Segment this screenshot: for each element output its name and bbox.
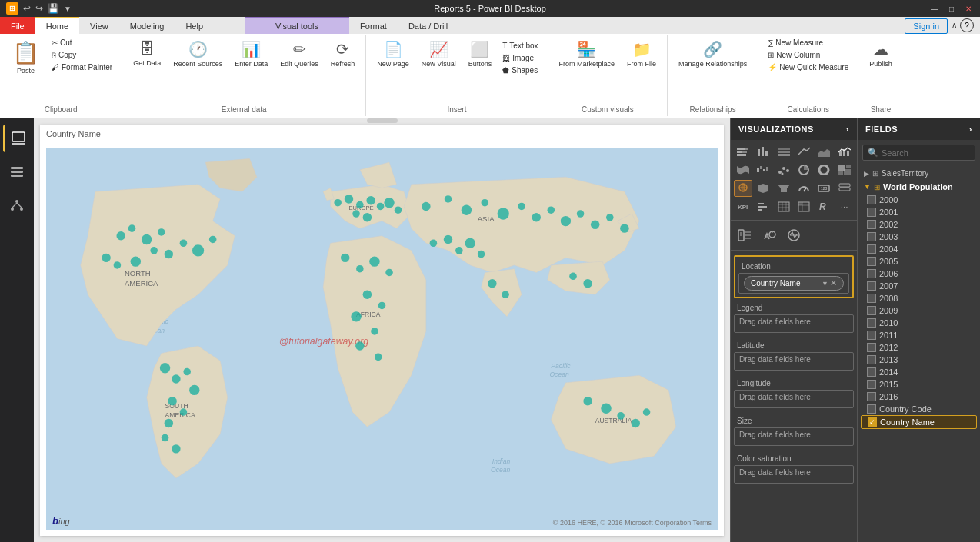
viz-slicer[interactable] bbox=[754, 198, 772, 215]
viz-100pct-bar[interactable] bbox=[775, 143, 793, 160]
map-container[interactable]: Arctic Ocean Atlantic Ocean Pacific Ocea… bbox=[46, 148, 718, 530]
viz-line-chart[interactable] bbox=[795, 143, 813, 160]
viz-fields-tab[interactable] bbox=[734, 225, 755, 245]
country-name-chip[interactable]: Country Name ▼ ✕ bbox=[744, 276, 844, 291]
fields-category-sales[interactable]: ▶ ⊞ SalesTerritory bbox=[861, 167, 977, 180]
tab-help[interactable]: Help bbox=[175, 17, 214, 34]
viz-pie-chart[interactable] bbox=[795, 161, 813, 178]
size-drop[interactable]: Drag data fields here bbox=[734, 427, 854, 446]
viz-card[interactable]: 123 bbox=[815, 180, 833, 197]
country-name-chip-dropdown[interactable]: ▼ bbox=[822, 280, 828, 288]
field-2006[interactable]: 2006 bbox=[861, 268, 977, 280]
viz-waterfall[interactable] bbox=[754, 161, 772, 178]
field-2011[interactable]: 2011 bbox=[861, 329, 977, 341]
cut-button[interactable]: ✂ Cut bbox=[48, 37, 115, 48]
viz-format-tab[interactable] bbox=[758, 225, 780, 245]
publish-button[interactable]: ☁ Publish bbox=[865, 37, 897, 71]
viz-analytics-tab[interactable] bbox=[783, 225, 805, 245]
field-2015[interactable]: 2015 bbox=[861, 378, 977, 391]
sidebar-model-view[interactable] bbox=[3, 192, 31, 220]
checkbox-country-name[interactable]: ✓ bbox=[868, 417, 877, 427]
quick-access-dropdown[interactable]: ▼ bbox=[64, 5, 72, 13]
text-box-button[interactable]: T Text box bbox=[499, 40, 541, 52]
maximize-button[interactable]: □ bbox=[946, 3, 957, 14]
viz-area-chart[interactable] bbox=[815, 143, 833, 160]
tab-format[interactable]: Format bbox=[349, 17, 398, 34]
checkbox-2016[interactable] bbox=[867, 392, 876, 401]
field-2004[interactable]: 2004 bbox=[861, 243, 977, 255]
sidebar-data-view[interactable] bbox=[3, 158, 31, 186]
viz-donut[interactable] bbox=[815, 161, 833, 178]
enter-data-button[interactable]: 📊 Enter Data bbox=[230, 37, 272, 71]
new-visual-button[interactable]: 📈 New Visual bbox=[417, 37, 461, 71]
viz-treemap[interactable] bbox=[835, 161, 854, 178]
viz-r-script[interactable]: R bbox=[815, 198, 833, 215]
minimize-button[interactable]: — bbox=[929, 3, 940, 14]
checkbox-2003[interactable] bbox=[867, 232, 876, 241]
checkbox-2006[interactable] bbox=[867, 269, 876, 278]
checkbox-2005[interactable] bbox=[867, 257, 876, 266]
field-2005[interactable]: 2005 bbox=[861, 255, 977, 268]
legend-drop[interactable]: Drag data fields here bbox=[734, 314, 854, 333]
tab-view[interactable]: View bbox=[79, 17, 119, 34]
checkbox-2000[interactable] bbox=[867, 195, 876, 204]
fields-search-box[interactable]: 🔍 bbox=[862, 145, 975, 161]
field-country-name[interactable]: ✓ Country Name bbox=[861, 415, 977, 429]
fields-panel-expand[interactable]: › bbox=[969, 125, 972, 134]
location-drop[interactable]: Country Name ▼ ✕ bbox=[738, 273, 849, 294]
from-file-button[interactable]: 📁 From File bbox=[622, 37, 661, 71]
viz-panel-expand-icon[interactable]: › bbox=[846, 125, 849, 134]
viz-matrix[interactable] bbox=[795, 198, 813, 215]
field-2003[interactable]: 2003 bbox=[861, 231, 977, 243]
new-column-button[interactable]: ⊞ New Column bbox=[765, 49, 852, 61]
checkbox-2013[interactable] bbox=[867, 355, 876, 364]
checkbox-2011[interactable] bbox=[867, 331, 876, 340]
search-input[interactable] bbox=[882, 148, 980, 158]
edit-queries-button[interactable]: ✏ Edit Queries bbox=[275, 37, 323, 71]
quick-access-undo[interactable]: ↩ bbox=[23, 3, 31, 14]
checkbox-2012[interactable] bbox=[867, 343, 876, 352]
viz-stacked-bar[interactable] bbox=[734, 143, 752, 160]
image-button[interactable]: 🖼 Image bbox=[499, 52, 541, 64]
field-country-code[interactable]: Country Code bbox=[861, 403, 977, 415]
tab-data-drill[interactable]: Data / Drill bbox=[398, 17, 458, 34]
field-2000[interactable]: 2000 bbox=[861, 194, 977, 206]
field-2010[interactable]: 2010 bbox=[861, 317, 977, 329]
fields-category-world-pop[interactable]: ▼ ⊞ World Population bbox=[861, 180, 977, 194]
field-2002[interactable]: 2002 bbox=[861, 218, 977, 231]
quick-access-redo[interactable]: ↪ bbox=[35, 3, 43, 14]
viz-map[interactable] bbox=[734, 180, 752, 197]
field-2014[interactable]: 2014 bbox=[861, 366, 977, 378]
viz-filled-map[interactable] bbox=[754, 180, 772, 197]
latitude-drop[interactable]: Drag data fields here bbox=[734, 352, 854, 371]
field-2016[interactable]: 2016 bbox=[861, 391, 977, 403]
get-data-button[interactable]: 🗄 Get Data bbox=[128, 37, 165, 71]
field-2007[interactable]: 2007 bbox=[861, 280, 977, 292]
new-measure-button[interactable]: ∑ New Measure bbox=[765, 37, 852, 48]
recent-sources-button[interactable]: 🕐 Recent Sources bbox=[168, 37, 227, 71]
ribbon-collapse-button[interactable]: ∧ bbox=[948, 18, 960, 31]
checkbox-country-code[interactable] bbox=[867, 404, 876, 414]
tab-file[interactable]: File bbox=[0, 17, 35, 34]
viz-gauge[interactable] bbox=[795, 180, 813, 197]
help-button[interactable]: ? bbox=[960, 18, 974, 32]
checkbox-2007[interactable] bbox=[867, 281, 876, 291]
viz-ribbon-chart[interactable] bbox=[734, 161, 752, 178]
from-marketplace-button[interactable]: 🏪 From Marketplace bbox=[555, 37, 620, 71]
buttons-button[interactable]: ⬜ Buttons bbox=[464, 37, 497, 71]
viz-multi-row-card[interactable] bbox=[835, 180, 854, 197]
quick-access-save[interactable]: 💾 bbox=[48, 3, 59, 14]
viz-combo-chart[interactable] bbox=[835, 143, 854, 160]
tab-visual-tools[interactable]: Visual tools bbox=[245, 17, 349, 34]
viz-kpi[interactable]: KPI bbox=[734, 198, 752, 215]
country-name-chip-remove[interactable]: ✕ bbox=[830, 278, 837, 288]
format-painter-button[interactable]: 🖌 Format Painter bbox=[48, 62, 115, 73]
field-2009[interactable]: 2009 bbox=[861, 304, 977, 317]
refresh-button[interactable]: ⟳ Refresh bbox=[326, 37, 360, 71]
checkbox-2004[interactable] bbox=[867, 244, 876, 254]
checkbox-2014[interactable] bbox=[867, 367, 876, 377]
checkbox-2002[interactable] bbox=[867, 220, 876, 229]
field-2012[interactable]: 2012 bbox=[861, 341, 977, 354]
viz-funnel[interactable] bbox=[775, 180, 793, 197]
close-button[interactable]: ✕ bbox=[963, 3, 974, 14]
